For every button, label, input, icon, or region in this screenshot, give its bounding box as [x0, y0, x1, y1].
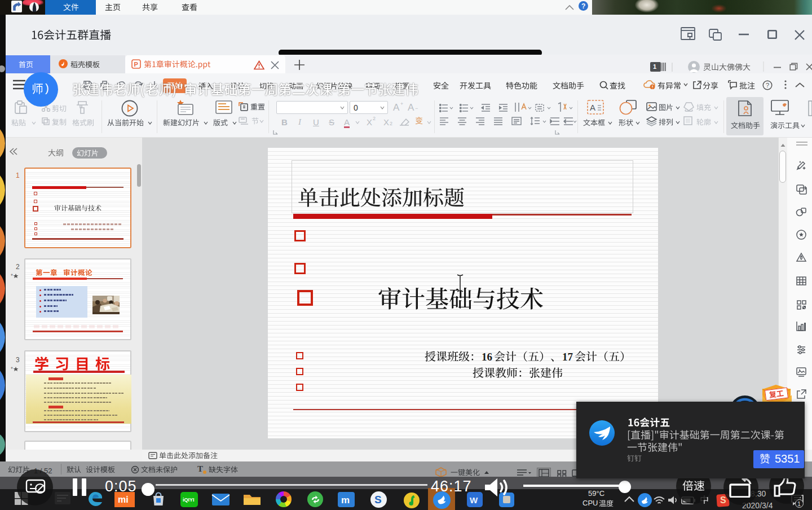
svg-text:A: A: [590, 103, 595, 112]
svg-text:*: *: [11, 273, 13, 279]
svg-text:*: *: [11, 366, 13, 372]
svg-text:?: ?: [766, 82, 769, 89]
svg-text:P: P: [134, 61, 138, 68]
